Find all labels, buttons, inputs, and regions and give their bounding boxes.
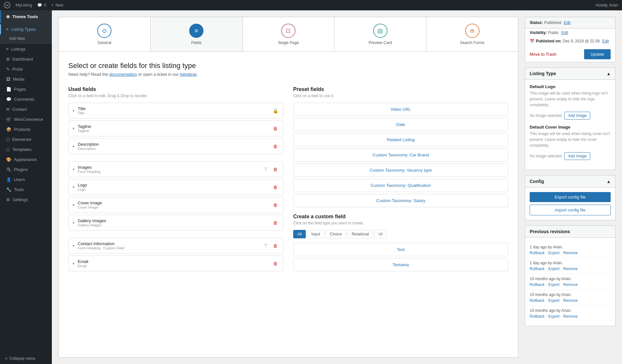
tab-single-page[interactable]: ⊡ Single Page: [243, 17, 335, 51]
revision-item: 1 day ago by Arian. Rollback · Export · …: [530, 258, 611, 274]
field-actions-images: ⊤ 🗑: [262, 165, 279, 173]
new-item[interactable]: + New: [51, 3, 63, 7]
sidebar-item-settings[interactable]: ⚙ Settings: [0, 195, 52, 205]
tab-fields[interactable]: ≡ Fields: [151, 17, 243, 51]
sidebar-item-appearance[interactable]: 🎨 Appearance: [0, 154, 52, 165]
rollback-link[interactable]: Rollback: [530, 251, 545, 255]
field-row-title[interactable]: ▾ Title Title 🔒: [68, 103, 283, 119]
update-button[interactable]: Update: [584, 49, 611, 59]
field-row-contact-information[interactable]: ▾ Contact Information Form Heading · Cus…: [68, 238, 283, 254]
delete-icon[interactable]: 🗑: [271, 201, 279, 209]
delete-icon[interactable]: 🗑: [271, 242, 279, 250]
sidebar-brand[interactable]: ⊕ Theme Tools: [0, 10, 52, 23]
sidebar-item-elementor[interactable]: ⬡ Elementor: [0, 134, 52, 144]
sidebar-item-users[interactable]: 👤 Users: [0, 175, 52, 185]
preset-date[interactable]: Date: [293, 118, 508, 131]
delete-icon[interactable]: 🗑: [271, 183, 279, 191]
delete-icon[interactable]: 🗑: [271, 260, 279, 267]
rollback-link[interactable]: Rollback: [530, 314, 545, 319]
remove-link[interactable]: Remove: [563, 267, 578, 271]
delete-icon[interactable]: 🗑: [271, 219, 279, 227]
sidebar-item-posts[interactable]: ✎ Posts: [0, 64, 52, 74]
sidebar-item-media[interactable]: 🖼 Media: [0, 74, 52, 84]
settings-icon: ⚙: [6, 197, 10, 202]
comments-item[interactable]: 💬 0: [37, 3, 46, 7]
preset-car-brand[interactable]: Custom Taxonomy: Car Brand: [293, 148, 508, 162]
export-link[interactable]: Export: [548, 314, 559, 319]
sidebar-item-woocommerce[interactable]: 🛒 WooCommerce: [0, 114, 52, 124]
field-row-description[interactable]: ▾ Description Description 🗑: [68, 138, 283, 154]
preset-related-listing[interactable]: Related Listing: [293, 133, 508, 146]
collapse-config-icon[interactable]: ▲: [606, 179, 611, 184]
tab-general[interactable]: ⊙ General: [59, 17, 151, 51]
export-link[interactable]: Export: [548, 282, 559, 287]
preset-salary[interactable]: Custom Taxonomy: Salary: [293, 194, 508, 207]
export-config-button[interactable]: Export config file: [530, 192, 611, 202]
preset-video-url[interactable]: Video URL: [293, 103, 508, 116]
import-config-button[interactable]: Import config file: [530, 205, 611, 215]
field-type-tab-all[interactable]: All: [293, 230, 306, 238]
rollback-link[interactable]: Rollback: [530, 282, 545, 287]
tab-search-forms[interactable]: ⊕ Search Forms: [426, 17, 518, 51]
edit-status-link[interactable]: Edit: [564, 20, 570, 25]
custom-field-text[interactable]: Text: [293, 243, 508, 256]
tab-preview-card[interactable]: ▤ Preview Card: [334, 17, 426, 51]
sidebar-item-listings[interactable]: ≡ Listings: [0, 44, 52, 54]
field-row-email[interactable]: ▾ Email Email 🗑: [68, 256, 283, 271]
sidebar-item-label: Listings: [11, 47, 26, 51]
pages-icon: 📄: [6, 87, 11, 92]
theme-tools-icon: ⊕: [6, 14, 10, 19]
rollback-link[interactable]: Rollback: [530, 298, 545, 303]
delete-icon[interactable]: 🗑: [271, 165, 279, 173]
revision-item: 10 months ago by Arian. Rollback · Expor…: [530, 290, 611, 306]
edit-visibility-link[interactable]: Edit: [561, 30, 568, 35]
field-row-tagline[interactable]: ▾ Tagline Tagline 🗑: [68, 120, 283, 136]
helpdesk-link[interactable]: helpdesk: [180, 72, 197, 77]
preset-fields-title: Preset fields: [293, 86, 508, 92]
preset-qualification[interactable]: Custom Taxonomy: Qualification: [293, 179, 508, 192]
field-row-gallery-images[interactable]: ▾ Gallery Images Gallery Images 🗑: [68, 215, 283, 231]
revision-item: 10 months ago by Arian. Rollback · Expor…: [530, 274, 611, 290]
sidebar-item-plugins[interactable]: 🔌 Plugins: [0, 165, 52, 175]
site-name-item[interactable]: MyListing: [16, 3, 32, 7]
remove-link[interactable]: Remove: [563, 298, 578, 303]
export-link[interactable]: Export: [548, 251, 559, 255]
remove-link[interactable]: Remove: [563, 314, 578, 319]
field-row-images[interactable]: ▾ Images Form Heading ⊤ 🗑: [68, 161, 283, 177]
collapse-listing-type-icon[interactable]: ▲: [606, 71, 611, 76]
field-type-tab-relational[interactable]: Relational: [347, 230, 373, 238]
sidebar-item-tools[interactable]: 🔧 Tools: [0, 185, 52, 195]
sidebar-item-pages[interactable]: 📄 Pages: [0, 84, 52, 94]
custom-field-textarea[interactable]: Textarea: [293, 258, 508, 271]
export-link[interactable]: Export: [548, 267, 559, 271]
default-cover-add-image-button[interactable]: Add Image: [564, 152, 590, 160]
rollback-link[interactable]: Rollback: [530, 267, 545, 271]
sidebar-sub-add-new[interactable]: Add New: [0, 34, 52, 43]
edit-icon[interactable]: ⊤: [262, 242, 270, 250]
collapse-menu-button[interactable]: « Collapse menu: [0, 353, 52, 364]
edit-published-link[interactable]: Edit: [602, 39, 609, 43]
move-to-trash-link[interactable]: Move to Trash: [530, 52, 556, 57]
field-row-cover-image[interactable]: ▾ Cover Image Cover Image 🗑: [68, 197, 283, 213]
documentation-link[interactable]: documentation: [109, 72, 137, 77]
field-type-tab-choice[interactable]: Choice: [326, 230, 346, 238]
sidebar-item-products[interactable]: 📦 Products: [0, 124, 52, 134]
export-link[interactable]: Export: [548, 298, 559, 303]
field-type-tab-ui[interactable]: UI: [374, 230, 387, 238]
sidebar-item-listing-types[interactable]: ≡ Listing Types: [0, 24, 52, 34]
remove-link[interactable]: Remove: [563, 282, 578, 287]
default-logo-add-image-button[interactable]: Add Image: [564, 112, 590, 119]
sidebar-item-label: Posts: [12, 67, 23, 72]
wp-logo-item[interactable]: W: [4, 2, 10, 8]
field-type-tab-input[interactable]: Input: [307, 230, 324, 238]
sidebar-item-comments[interactable]: 💬 Comments: [0, 94, 52, 104]
sidebar-item-contact[interactable]: ✉ Contact: [0, 104, 52, 114]
field-row-logo[interactable]: ▾ Logo Logo 🗑: [68, 179, 283, 195]
delete-icon[interactable]: 🗑: [271, 125, 279, 132]
sidebar-item-templates[interactable]: ◻ Templates: [0, 144, 52, 154]
edit-icon[interactable]: ⊤: [262, 165, 270, 173]
sidebar-item-dashboard[interactable]: ⊞ Dashboard: [0, 54, 52, 64]
preset-vacancy-type[interactable]: Custom Taxonomy: Vacancy type: [293, 164, 508, 177]
remove-link[interactable]: Remove: [563, 251, 578, 255]
delete-icon[interactable]: 🗑: [271, 142, 279, 150]
